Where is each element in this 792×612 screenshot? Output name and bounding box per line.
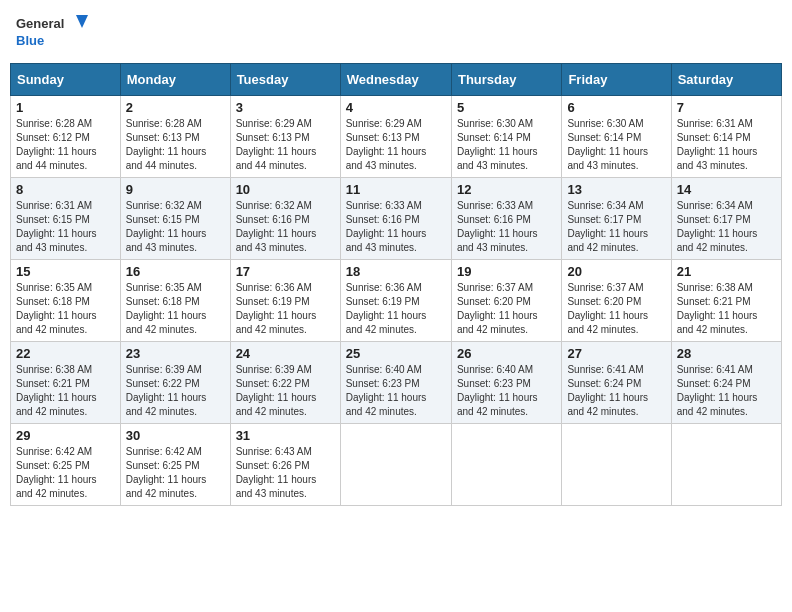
column-header-monday: Monday — [120, 64, 230, 96]
calendar-cell: 10Sunrise: 6:32 AMSunset: 6:16 PMDayligh… — [230, 178, 340, 260]
day-info: Sunrise: 6:30 AMSunset: 6:14 PMDaylight:… — [567, 117, 665, 173]
day-info: Sunrise: 6:40 AMSunset: 6:23 PMDaylight:… — [457, 363, 556, 419]
day-number: 8 — [16, 182, 115, 197]
calendar-cell: 25Sunrise: 6:40 AMSunset: 6:23 PMDayligh… — [340, 342, 451, 424]
day-number: 18 — [346, 264, 446, 279]
calendar-cell: 7Sunrise: 6:31 AMSunset: 6:14 PMDaylight… — [671, 96, 781, 178]
logo: General Blue — [14, 10, 94, 55]
calendar-header-row: SundayMondayTuesdayWednesdayThursdayFrid… — [11, 64, 782, 96]
day-number: 10 — [236, 182, 335, 197]
calendar-cell: 30Sunrise: 6:42 AMSunset: 6:25 PMDayligh… — [120, 424, 230, 506]
day-number: 20 — [567, 264, 665, 279]
day-number: 13 — [567, 182, 665, 197]
calendar-cell — [562, 424, 671, 506]
calendar-cell: 16Sunrise: 6:35 AMSunset: 6:18 PMDayligh… — [120, 260, 230, 342]
day-info: Sunrise: 6:31 AMSunset: 6:15 PMDaylight:… — [16, 199, 115, 255]
day-number: 27 — [567, 346, 665, 361]
day-number: 25 — [346, 346, 446, 361]
day-number: 5 — [457, 100, 556, 115]
day-number: 12 — [457, 182, 556, 197]
day-info: Sunrise: 6:36 AMSunset: 6:19 PMDaylight:… — [346, 281, 446, 337]
day-number: 1 — [16, 100, 115, 115]
day-info: Sunrise: 6:40 AMSunset: 6:23 PMDaylight:… — [346, 363, 446, 419]
calendar-cell: 9Sunrise: 6:32 AMSunset: 6:15 PMDaylight… — [120, 178, 230, 260]
calendar-cell: 27Sunrise: 6:41 AMSunset: 6:24 PMDayligh… — [562, 342, 671, 424]
calendar-cell: 26Sunrise: 6:40 AMSunset: 6:23 PMDayligh… — [451, 342, 561, 424]
day-info: Sunrise: 6:36 AMSunset: 6:19 PMDaylight:… — [236, 281, 335, 337]
calendar-week-4: 22Sunrise: 6:38 AMSunset: 6:21 PMDayligh… — [11, 342, 782, 424]
day-info: Sunrise: 6:41 AMSunset: 6:24 PMDaylight:… — [567, 363, 665, 419]
calendar-cell: 23Sunrise: 6:39 AMSunset: 6:22 PMDayligh… — [120, 342, 230, 424]
day-info: Sunrise: 6:29 AMSunset: 6:13 PMDaylight:… — [236, 117, 335, 173]
column-header-tuesday: Tuesday — [230, 64, 340, 96]
calendar-cell: 4Sunrise: 6:29 AMSunset: 6:13 PMDaylight… — [340, 96, 451, 178]
calendar-cell: 15Sunrise: 6:35 AMSunset: 6:18 PMDayligh… — [11, 260, 121, 342]
day-info: Sunrise: 6:30 AMSunset: 6:14 PMDaylight:… — [457, 117, 556, 173]
calendar-week-3: 15Sunrise: 6:35 AMSunset: 6:18 PMDayligh… — [11, 260, 782, 342]
day-number: 21 — [677, 264, 776, 279]
column-header-saturday: Saturday — [671, 64, 781, 96]
day-info: Sunrise: 6:38 AMSunset: 6:21 PMDaylight:… — [16, 363, 115, 419]
page-header: General Blue — [10, 10, 782, 55]
calendar-cell: 8Sunrise: 6:31 AMSunset: 6:15 PMDaylight… — [11, 178, 121, 260]
day-info: Sunrise: 6:39 AMSunset: 6:22 PMDaylight:… — [126, 363, 225, 419]
calendar-cell — [340, 424, 451, 506]
calendar-cell: 22Sunrise: 6:38 AMSunset: 6:21 PMDayligh… — [11, 342, 121, 424]
svg-text:General: General — [16, 16, 64, 31]
calendar-cell: 31Sunrise: 6:43 AMSunset: 6:26 PMDayligh… — [230, 424, 340, 506]
day-info: Sunrise: 6:29 AMSunset: 6:13 PMDaylight:… — [346, 117, 446, 173]
calendar-cell: 5Sunrise: 6:30 AMSunset: 6:14 PMDaylight… — [451, 96, 561, 178]
day-number: 15 — [16, 264, 115, 279]
day-number: 26 — [457, 346, 556, 361]
day-info: Sunrise: 6:34 AMSunset: 6:17 PMDaylight:… — [567, 199, 665, 255]
calendar-cell: 21Sunrise: 6:38 AMSunset: 6:21 PMDayligh… — [671, 260, 781, 342]
day-number: 29 — [16, 428, 115, 443]
day-number: 24 — [236, 346, 335, 361]
calendar-cell: 2Sunrise: 6:28 AMSunset: 6:13 PMDaylight… — [120, 96, 230, 178]
column-header-wednesday: Wednesday — [340, 64, 451, 96]
day-number: 19 — [457, 264, 556, 279]
day-info: Sunrise: 6:41 AMSunset: 6:24 PMDaylight:… — [677, 363, 776, 419]
day-info: Sunrise: 6:39 AMSunset: 6:22 PMDaylight:… — [236, 363, 335, 419]
calendar-cell: 6Sunrise: 6:30 AMSunset: 6:14 PMDaylight… — [562, 96, 671, 178]
day-info: Sunrise: 6:35 AMSunset: 6:18 PMDaylight:… — [16, 281, 115, 337]
day-number: 9 — [126, 182, 225, 197]
column-header-sunday: Sunday — [11, 64, 121, 96]
day-number: 3 — [236, 100, 335, 115]
column-header-thursday: Thursday — [451, 64, 561, 96]
day-number: 17 — [236, 264, 335, 279]
calendar-week-1: 1Sunrise: 6:28 AMSunset: 6:12 PMDaylight… — [11, 96, 782, 178]
day-info: Sunrise: 6:31 AMSunset: 6:14 PMDaylight:… — [677, 117, 776, 173]
calendar-cell: 3Sunrise: 6:29 AMSunset: 6:13 PMDaylight… — [230, 96, 340, 178]
day-info: Sunrise: 6:28 AMSunset: 6:12 PMDaylight:… — [16, 117, 115, 173]
day-number: 30 — [126, 428, 225, 443]
day-info: Sunrise: 6:37 AMSunset: 6:20 PMDaylight:… — [457, 281, 556, 337]
calendar-cell: 17Sunrise: 6:36 AMSunset: 6:19 PMDayligh… — [230, 260, 340, 342]
calendar-cell: 13Sunrise: 6:34 AMSunset: 6:17 PMDayligh… — [562, 178, 671, 260]
column-header-friday: Friday — [562, 64, 671, 96]
day-number: 4 — [346, 100, 446, 115]
calendar-week-2: 8Sunrise: 6:31 AMSunset: 6:15 PMDaylight… — [11, 178, 782, 260]
day-number: 16 — [126, 264, 225, 279]
day-number: 28 — [677, 346, 776, 361]
calendar-table: SundayMondayTuesdayWednesdayThursdayFrid… — [10, 63, 782, 506]
calendar-cell: 18Sunrise: 6:36 AMSunset: 6:19 PMDayligh… — [340, 260, 451, 342]
day-info: Sunrise: 6:28 AMSunset: 6:13 PMDaylight:… — [126, 117, 225, 173]
calendar-cell: 14Sunrise: 6:34 AMSunset: 6:17 PMDayligh… — [671, 178, 781, 260]
day-info: Sunrise: 6:34 AMSunset: 6:17 PMDaylight:… — [677, 199, 776, 255]
calendar-cell: 24Sunrise: 6:39 AMSunset: 6:22 PMDayligh… — [230, 342, 340, 424]
day-info: Sunrise: 6:37 AMSunset: 6:20 PMDaylight:… — [567, 281, 665, 337]
day-number: 23 — [126, 346, 225, 361]
svg-text:Blue: Blue — [16, 33, 44, 48]
calendar-cell — [451, 424, 561, 506]
svg-marker-2 — [76, 15, 88, 28]
day-info: Sunrise: 6:42 AMSunset: 6:25 PMDaylight:… — [126, 445, 225, 501]
calendar-cell: 19Sunrise: 6:37 AMSunset: 6:20 PMDayligh… — [451, 260, 561, 342]
calendar-cell: 11Sunrise: 6:33 AMSunset: 6:16 PMDayligh… — [340, 178, 451, 260]
calendar-cell: 1Sunrise: 6:28 AMSunset: 6:12 PMDaylight… — [11, 96, 121, 178]
day-number: 22 — [16, 346, 115, 361]
day-number: 14 — [677, 182, 776, 197]
day-info: Sunrise: 6:35 AMSunset: 6:18 PMDaylight:… — [126, 281, 225, 337]
day-info: Sunrise: 6:38 AMSunset: 6:21 PMDaylight:… — [677, 281, 776, 337]
calendar-cell: 28Sunrise: 6:41 AMSunset: 6:24 PMDayligh… — [671, 342, 781, 424]
